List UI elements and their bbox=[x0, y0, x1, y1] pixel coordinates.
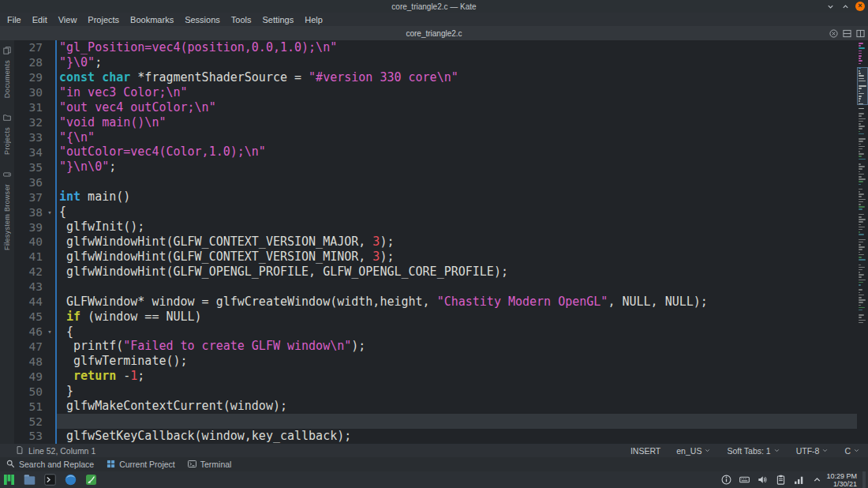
gutter-line-45[interactable]: 45 bbox=[14, 310, 55, 325]
gutter-line-52[interactable]: 52 bbox=[14, 414, 55, 429]
fold-marker-icon[interactable]: ▾ bbox=[44, 328, 55, 336]
code-line-45[interactable]: if (window == NULL) bbox=[57, 310, 857, 325]
gutter-line-35[interactable]: 35 bbox=[14, 160, 55, 175]
menu-projects[interactable]: Projects bbox=[82, 15, 125, 24]
code-line-49[interactable]: return -1; bbox=[57, 369, 857, 384]
gutter-line-38[interactable]: 38▾ bbox=[14, 205, 55, 220]
code-line-35[interactable]: "}\n\0"; bbox=[57, 160, 857, 175]
code-line-52[interactable] bbox=[57, 414, 857, 429]
sidebar-item-projects[interactable]: Projects bbox=[3, 111, 11, 155]
show-desktop-button[interactable] bbox=[862, 471, 866, 488]
clock[interactable]: 10:29 PM 1/30/21 bbox=[826, 472, 857, 488]
tray-info-icon[interactable] bbox=[720, 475, 731, 486]
app-launcher-icon[interactable] bbox=[2, 473, 16, 486]
search-and-replace-button[interactable]: Search and Replace bbox=[6, 460, 94, 470]
gutter-line-50[interactable]: 50 bbox=[14, 384, 55, 399]
gutter-line-37[interactable]: 37 bbox=[14, 190, 55, 205]
code-line-42[interactable]: glfwWindowHint(GLFW_OPENGL_PROFILE, GLFW… bbox=[57, 265, 857, 280]
titlebar[interactable]: core_triangle2.c — Kate × bbox=[0, 0, 868, 13]
clipboard-icon[interactable] bbox=[775, 475, 786, 486]
code-line-43[interactable] bbox=[57, 280, 857, 295]
sidebar-item-filesystem-browser[interactable]: Filesystem Browser bbox=[3, 167, 11, 250]
code-line-27[interactable]: "gl_Position=vec4(position,0.0,1.0);\n" bbox=[57, 40, 857, 55]
code-line-51[interactable]: glfwMakeContextCurrent(window); bbox=[57, 399, 857, 414]
code-line-46[interactable]: { bbox=[57, 325, 857, 340]
tray-expand-icon[interactable] bbox=[811, 475, 822, 486]
close-button[interactable]: × bbox=[855, 2, 865, 11]
browser-icon[interactable] bbox=[64, 473, 77, 486]
kate-icon[interactable] bbox=[84, 473, 98, 486]
code-line-38[interactable]: { bbox=[57, 205, 857, 220]
code-line-37[interactable]: int main() bbox=[57, 190, 857, 205]
code-line-41[interactable]: glfwWindowHint(GLFW_CONTEXT_VERSION_MINO… bbox=[57, 250, 857, 265]
gutter-line-44[interactable]: 44 bbox=[14, 295, 55, 310]
gutter-line-30[interactable]: 30 bbox=[14, 85, 55, 100]
status-mode[interactable]: INSERT bbox=[630, 446, 660, 456]
gutter-line-43[interactable]: 43 bbox=[14, 280, 55, 295]
gutter-line-28[interactable]: 28 bbox=[14, 55, 55, 70]
split-horizontal-icon[interactable] bbox=[843, 29, 851, 38]
menu-file[interactable]: File bbox=[2, 15, 27, 24]
menu-settings[interactable]: Settings bbox=[256, 15, 299, 24]
code-line-28[interactable]: "}\0"; bbox=[57, 55, 857, 70]
menu-tools[interactable]: Tools bbox=[226, 15, 257, 24]
network-icon[interactable] bbox=[793, 475, 804, 486]
gutter-line-33[interactable]: 33 bbox=[14, 130, 55, 145]
current-project-button[interactable]: Current Project bbox=[107, 460, 175, 470]
status-encoding[interactable]: UTF-8 bbox=[796, 446, 829, 456]
code-line-50[interactable]: } bbox=[57, 384, 857, 399]
minimap[interactable] bbox=[857, 40, 868, 444]
menu-bookmarks[interactable]: Bookmarks bbox=[125, 15, 179, 24]
maximize-button[interactable] bbox=[840, 2, 850, 11]
minimize-button[interactable] bbox=[825, 2, 835, 11]
gutter-line-47[interactable]: 47 bbox=[14, 339, 55, 354]
code-line-36[interactable] bbox=[57, 175, 857, 190]
fold-marker-icon[interactable]: ▾ bbox=[44, 208, 55, 216]
gutter-line-42[interactable]: 42 bbox=[14, 265, 55, 280]
gutter-line-49[interactable]: 49 bbox=[14, 369, 55, 384]
menu-edit[interactable]: Edit bbox=[27, 15, 53, 24]
terminal-launcher-icon[interactable] bbox=[43, 473, 57, 486]
code-area[interactable]: "gl_Position=vec4(position,0.0,1.0);\n""… bbox=[55, 40, 857, 444]
gutter-line-40[interactable]: 40 bbox=[14, 235, 55, 250]
code-line-32[interactable]: "void main()\n" bbox=[57, 115, 857, 130]
status-tab-mode[interactable]: Soft Tabs: 1 bbox=[727, 446, 780, 456]
code-line-44[interactable]: GLFWwindow* window = glfwCreateWindow(wi… bbox=[57, 295, 857, 310]
line-number-gutter[interactable]: 272829303132333435363738▾394041424344454… bbox=[14, 40, 55, 444]
menu-help[interactable]: Help bbox=[299, 15, 328, 24]
gutter-line-36[interactable]: 36 bbox=[14, 175, 55, 190]
code-line-33[interactable]: "{\n" bbox=[57, 130, 857, 145]
code-line-39[interactable]: glfwInit(); bbox=[57, 220, 857, 235]
gutter-line-29[interactable]: 29 bbox=[14, 70, 55, 85]
sidebar-item-documents[interactable]: Documents bbox=[3, 43, 11, 98]
code-line-48[interactable]: glfwTerminate(); bbox=[57, 354, 857, 369]
code-line-29[interactable]: const char *fragmentShaderSource = "#ver… bbox=[57, 70, 857, 85]
code-line-53[interactable]: glfwSetKeyCallback(window,key_callback); bbox=[57, 429, 857, 444]
tab-core-triangle2[interactable]: core_triangle2.c bbox=[0, 29, 868, 38]
gutter-line-27[interactable]: 27 bbox=[14, 40, 55, 55]
status-dictionary[interactable]: en_US bbox=[676, 446, 711, 456]
gutter-line-46[interactable]: 46▾ bbox=[14, 325, 55, 340]
menu-view[interactable]: View bbox=[53, 15, 83, 24]
gutter-line-34[interactable]: 34 bbox=[14, 145, 55, 160]
split-vertical-icon[interactable] bbox=[856, 29, 865, 38]
close-document-icon[interactable] bbox=[829, 29, 838, 38]
gutter-line-53[interactable]: 53 bbox=[14, 429, 55, 444]
code-line-31[interactable]: "out vec4 outColor;\n" bbox=[57, 100, 857, 115]
menu-sessions[interactable]: Sessions bbox=[179, 15, 226, 24]
gutter-line-31[interactable]: 31 bbox=[14, 100, 55, 115]
volume-icon[interactable] bbox=[757, 475, 768, 486]
keyboard-layout-icon[interactable] bbox=[739, 475, 750, 486]
terminal-button[interactable]: Terminal bbox=[188, 460, 232, 470]
gutter-line-32[interactable]: 32 bbox=[14, 115, 55, 130]
gutter-line-51[interactable]: 51 bbox=[14, 399, 55, 414]
file-manager-icon[interactable] bbox=[23, 473, 36, 486]
code-line-34[interactable]: "outColor=vec4(Color,1.0);\n" bbox=[57, 145, 857, 160]
code-line-47[interactable]: printf("Failed to create GLFW window\n")… bbox=[57, 339, 857, 354]
code-line-30[interactable]: "in vec3 Color;\n" bbox=[57, 85, 857, 100]
gutter-line-48[interactable]: 48 bbox=[14, 354, 55, 369]
gutter-line-39[interactable]: 39 bbox=[14, 220, 55, 235]
gutter-line-41[interactable]: 41 bbox=[14, 250, 55, 265]
status-syntax[interactable]: C bbox=[844, 446, 860, 456]
code-line-40[interactable]: glfwWindowHint(GLFW_CONTEXT_VERSION_MAJO… bbox=[57, 235, 857, 250]
